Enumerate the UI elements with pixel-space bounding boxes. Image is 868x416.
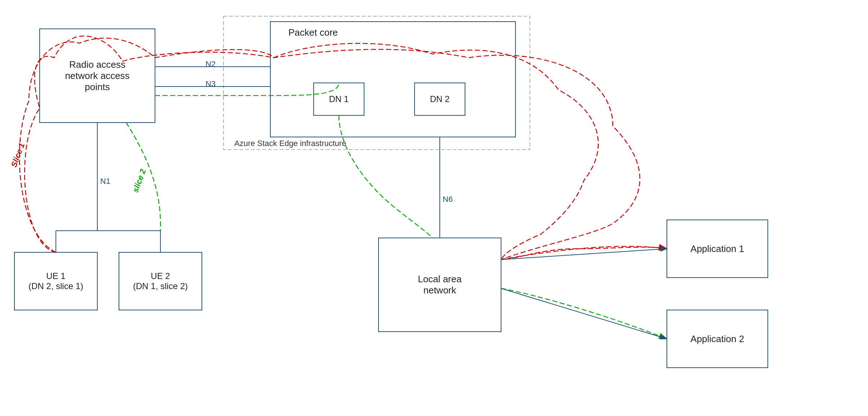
dn2-label: DN 2 xyxy=(415,83,465,115)
slice2-to-lan xyxy=(339,115,433,238)
ran-label: Radio access network access points xyxy=(40,29,155,123)
azure-stack-label: Azure Stack Edge infrastructure xyxy=(234,139,346,148)
ue1-label: UE 1 (DN 2, slice 1) xyxy=(14,252,97,310)
azure-stack-border xyxy=(223,16,530,150)
packet-core-label: Packet core xyxy=(288,27,338,38)
ue2-label: UE 2 (DN 1, slice 2) xyxy=(119,252,202,310)
app2-label: Application 2 xyxy=(667,310,768,368)
slice2-green-n3-to-dn1 xyxy=(155,83,339,96)
n6-label: N6 xyxy=(443,195,453,204)
n1-label: N1 xyxy=(100,177,110,186)
n3-label: N3 xyxy=(205,79,216,89)
n2-label: N2 xyxy=(205,59,216,69)
diagram-container: Radio access network access points Packe… xyxy=(0,0,868,416)
lan-to-app1-line xyxy=(501,249,667,260)
lan-label: Local area network xyxy=(378,238,501,332)
dn1-label: DN 1 xyxy=(314,83,364,115)
app1-label: Application 1 xyxy=(667,220,768,278)
packet-core-box xyxy=(270,22,515,137)
lan-to-app2-line xyxy=(501,288,667,339)
